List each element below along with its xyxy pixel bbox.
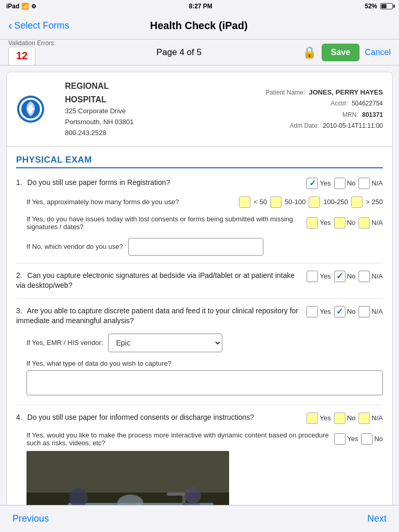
q4-na-checkbox[interactable]: [358, 413, 370, 424]
hospital-left: REGIONAL HOSPITAL 325 Corporate Drive Po…: [16, 79, 134, 139]
question-2-row: 2. Can you capture electronic signatures…: [16, 271, 383, 291]
sub-q1b-yes-label: Yes: [320, 219, 330, 227]
sub-q1b-no-label: No: [347, 219, 356, 227]
sub-q1b-yes-checkbox[interactable]: [307, 217, 318, 229]
emr-vendor-dropdown[interactable]: Epic Cerner Meditech Allscripts Other: [108, 334, 222, 352]
qty-gt250-checkbox[interactable]: [351, 196, 363, 208]
q4-radio-group: Yes No N/A: [307, 413, 383, 424]
status-left: iPad 📶 ⚙: [6, 3, 36, 10]
q3-no-item: No: [334, 306, 356, 317]
q1-radio-group: Yes No N/A: [307, 178, 383, 189]
q3-na-item: N/A: [358, 306, 383, 317]
q1-yes-checkbox[interactable]: [307, 178, 318, 189]
status-right: 52%: [365, 3, 393, 10]
q1-no-checkbox[interactable]: [334, 178, 345, 189]
next-button[interactable]: Next: [367, 513, 387, 524]
svg-rect-7: [26, 451, 229, 493]
sub-q3b-text: If Yes, what type of data do you wish to…: [26, 360, 383, 367]
acct-label: Acct#:: [330, 100, 348, 107]
question-2-text: 2. Can you capture electronic signatures…: [16, 271, 307, 291]
qty-50-100-checkbox[interactable]: [270, 196, 282, 208]
divider-3: [16, 405, 383, 405]
q2-yes-label: Yes: [320, 272, 330, 280]
sub-q1b-yes-item: Yes: [307, 217, 330, 229]
q3-no-label: No: [347, 308, 356, 315]
question-4-row: 4. Do you still use paper for informed c…: [16, 413, 383, 424]
hospital-address: REGIONAL HOSPITAL 325 Corporate Drive Po…: [65, 79, 134, 139]
q1-yes-item: Yes: [307, 178, 330, 189]
data-type-input[interactable]: [26, 370, 383, 395]
lock-icon[interactable]: 🔒: [302, 46, 316, 59]
signal-icon: ⚙: [31, 3, 36, 10]
q1-num: 1.: [16, 178, 22, 187]
sub-q4a-radio: Yes No: [334, 433, 383, 445]
q3-yes-label: Yes: [320, 308, 330, 315]
sub-q1a-row: If Yes, approximately how many forms do …: [26, 196, 383, 208]
back-button[interactable]: ‹ Select Forms: [8, 20, 69, 32]
sub-q3a-row: If Yes, EMR / HIS vendor: Epic Cerner Me…: [26, 334, 383, 352]
save-button[interactable]: Save: [322, 44, 360, 61]
mrn-value: 801371: [362, 111, 383, 118]
acct-number: 504622754: [352, 100, 383, 107]
q3-yes-checkbox[interactable]: [307, 306, 318, 317]
chevron-left-icon: ‹: [8, 20, 12, 32]
q4-no-checkbox[interactable]: [334, 413, 345, 424]
form-content: REGIONAL HOSPITAL 325 Corporate Drive Po…: [6, 72, 393, 532]
q3-na-checkbox[interactable]: [358, 306, 370, 317]
sub-q1b-text: If Yes, do you have issues today with lo…: [26, 215, 307, 231]
qty-lt50-label: < 50: [254, 198, 267, 206]
sub-q1c-label: If No, which vendor do you use?: [26, 243, 123, 250]
question-3-row: 3. Are you able to capture discrete pati…: [16, 306, 383, 326]
page-info: Page 4 of 5: [156, 47, 202, 58]
sub-q4a-yes-label: Yes: [347, 435, 358, 443]
validation-label: Validation Errors:: [8, 39, 56, 47]
sub-q1b-row: If Yes, do you have issues today with lo…: [26, 215, 383, 231]
vendor-input[interactable]: [128, 238, 263, 256]
sub-q1b: If Yes, do you have issues today with lo…: [26, 215, 383, 231]
previous-button[interactable]: Previous: [12, 513, 49, 524]
sub-q1b-na-checkbox[interactable]: [358, 217, 370, 229]
page-title: Health Check (iPad): [150, 20, 248, 32]
q2-yes-checkbox[interactable]: [307, 271, 318, 282]
question-1-row: 1. Do you still use paper forms in Regis…: [16, 178, 383, 189]
sub-q4a-row: If Yes, would you like to make the proce…: [26, 431, 383, 447]
battery-icon: [380, 3, 393, 9]
q4-no-item: No: [334, 413, 356, 424]
q3-no-checkbox[interactable]: [334, 306, 345, 317]
sub-q1b-no-item: No: [334, 217, 356, 229]
q2-yes-item: Yes: [307, 271, 330, 282]
validation-count: 12: [8, 47, 35, 65]
cancel-button[interactable]: Cancel: [365, 48, 391, 57]
svg-point-17: [184, 487, 201, 503]
sub-q1b-no-checkbox[interactable]: [334, 217, 345, 229]
q2-no-label: No: [347, 272, 356, 280]
hospital-header: REGIONAL HOSPITAL 325 Corporate Drive Po…: [7, 72, 392, 147]
q2-na-checkbox[interactable]: [358, 271, 370, 282]
q3-na-label: N/A: [371, 308, 383, 315]
qty-100-250-label: 100-250: [323, 198, 348, 206]
question-1-text: 1. Do you still use paper forms in Regis…: [16, 178, 307, 188]
svg-rect-4: [27, 108, 34, 110]
patient-info: Patient Name: JONES, PERRY HAYES Acct#: …: [265, 86, 383, 132]
mrn-label: MRN:: [342, 111, 358, 118]
divider-1: [16, 263, 383, 263]
sub-q1b-radio: Yes No N/A: [307, 217, 383, 229]
adm-date-value: 2010-05-14T11:11:00: [323, 122, 383, 129]
qty-lt50-checkbox[interactable]: [239, 196, 250, 208]
sub-q4a-no-checkbox[interactable]: [361, 433, 373, 445]
q4-yes-checkbox[interactable]: [307, 413, 318, 424]
sub-q4a-yes-checkbox[interactable]: [334, 433, 345, 445]
sub-q1b-na-label: N/A: [371, 219, 383, 227]
nav-bar: ‹ Select Forms Health Check (iPad): [0, 12, 399, 39]
toolbar-right: 🔒 Save Cancel: [302, 44, 391, 61]
qty-100-250-checkbox[interactable]: [309, 196, 320, 208]
q2-no-checkbox[interactable]: [334, 271, 345, 282]
q1-na-checkbox[interactable]: [358, 178, 370, 189]
ipad-label: iPad: [6, 3, 19, 10]
status-time: 8:27 PM: [189, 3, 212, 10]
q1-yes-label: Yes: [320, 179, 330, 187]
q4-na-label: N/A: [371, 414, 383, 422]
sub-q4a-text: If Yes, would you like to make the proce…: [26, 431, 334, 447]
sub-q4a-yes-item: Yes: [334, 433, 358, 445]
patient-name: JONES, PERRY HAYES: [309, 88, 383, 96]
